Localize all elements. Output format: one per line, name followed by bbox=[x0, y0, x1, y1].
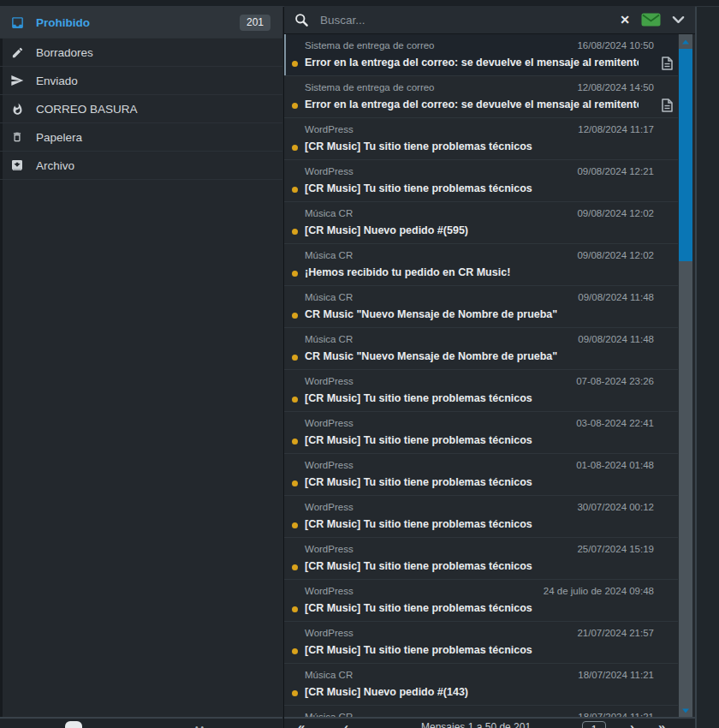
search-bar: ✕ bbox=[284, 6, 695, 34]
message-row[interactable]: WordPress12/08/2024 11:17[CR Music] Tu s… bbox=[284, 118, 678, 160]
search-input[interactable] bbox=[318, 13, 609, 27]
folder-label: Enviado bbox=[36, 75, 78, 87]
unread-dot-icon bbox=[292, 648, 298, 654]
unread-dot-icon bbox=[292, 564, 298, 570]
message-row[interactable]: Música CR09/08/2024 11:48CR Music "Nuevo… bbox=[284, 286, 678, 328]
message-date: 07-08-2024 23:26 bbox=[576, 376, 654, 386]
scrollbar bbox=[677, 34, 695, 719]
message-subject: Error en la entrega del correo: se devue… bbox=[305, 98, 639, 110]
page-number-input[interactable]: 1 bbox=[582, 721, 606, 728]
attachment-doc-icon bbox=[662, 57, 673, 70]
folder-label: Borradores bbox=[36, 46, 93, 59]
unread-dot-icon bbox=[292, 271, 298, 277]
fire-icon bbox=[9, 101, 25, 116]
folder-actions-icon[interactable] bbox=[65, 721, 82, 728]
envelope-icon[interactable] bbox=[641, 13, 661, 27]
unread-dot-icon bbox=[292, 313, 298, 319]
more-options-icon[interactable]: •• bbox=[195, 723, 206, 728]
message-subject: Error en la entrega del correo: se devue… bbox=[305, 57, 639, 69]
paper-plane-icon bbox=[9, 73, 25, 88]
last-page-button[interactable]: » bbox=[658, 719, 665, 728]
message-row[interactable]: WordPress21/07/2024 21:57[CR Music] Tu s… bbox=[284, 622, 678, 664]
sidebar-item-borradores[interactable]: Borradores bbox=[0, 39, 282, 67]
message-subject: CR Music "Nuevo Mensaje de Nombre de pru… bbox=[305, 350, 557, 362]
message-date: 24 de julio de 2024 09:48 bbox=[544, 586, 654, 596]
message-date: 03-08-2024 22:41 bbox=[576, 418, 654, 428]
previous-page-button[interactable]: ‹ bbox=[344, 719, 348, 728]
message-sender: WordPress bbox=[305, 502, 354, 512]
unread-dot-icon bbox=[292, 61, 298, 67]
first-page-button[interactable]: « bbox=[298, 719, 305, 728]
message-sender: WordPress bbox=[305, 544, 354, 554]
content-pane-edge bbox=[695, 0, 719, 728]
unread-dot-icon bbox=[292, 606, 298, 612]
message-row[interactable]: Sistema de entrega de correo12/08/2024 1… bbox=[284, 76, 678, 118]
list-footer: « ‹ Mensajes 1 a 50 de 201 1 › » bbox=[284, 717, 695, 728]
message-row[interactable]: WordPress30/07/2024 00:12[CR Music] Tu s… bbox=[284, 496, 678, 538]
message-subject: ¡Hemos recibido tu pedido en CR Music! bbox=[305, 266, 510, 278]
unread-dot-icon bbox=[292, 522, 298, 528]
search-icon bbox=[294, 13, 309, 27]
message-date: 12/08/2024 11:17 bbox=[578, 124, 654, 134]
scroll-up-button[interactable] bbox=[679, 34, 692, 48]
arrow-down-icon bbox=[682, 709, 689, 713]
unread-dot-icon bbox=[292, 355, 298, 361]
message-subject: [CR Music] Tu sitio tiene problemas técn… bbox=[305, 140, 532, 152]
clear-search-icon[interactable]: ✕ bbox=[618, 13, 632, 27]
message-sender: WordPress bbox=[305, 124, 354, 134]
folder-label: Archivo bbox=[36, 159, 74, 172]
message-subject: [CR Music] Tu sitio tiene problemas técn… bbox=[305, 434, 532, 446]
chevron-down-icon[interactable] bbox=[672, 15, 685, 24]
message-sender: WordPress bbox=[305, 166, 354, 176]
message-date: 25/07/2024 15:19 bbox=[577, 544, 654, 554]
message-subject: [CR Music] Tu sitio tiene problemas técn… bbox=[305, 560, 532, 572]
unread-dot-icon bbox=[292, 439, 298, 445]
next-page-button[interactable]: › bbox=[630, 719, 634, 728]
sidebar-item-enviado[interactable]: Enviado bbox=[0, 67, 282, 95]
sidebar-footer: •• bbox=[0, 717, 282, 728]
folder-list: Prohibido201BorradoresEnviadoCORREO BASU… bbox=[0, 7, 282, 180]
message-sender: Música CR bbox=[305, 292, 353, 302]
message-row[interactable]: WordPress01-08-2024 01:48[CR Music] Tu s… bbox=[284, 454, 678, 496]
message-date: 09/08/2024 11:48 bbox=[578, 334, 654, 344]
message-row[interactable]: Música CR18/07/2024 11:21[CR Music] Nuev… bbox=[284, 664, 678, 706]
unread-count-badge: 201 bbox=[240, 15, 270, 31]
message-subject: [CR Music] Tu sitio tiene problemas técn… bbox=[305, 392, 532, 404]
message-sender: Música CR bbox=[305, 334, 353, 344]
scroll-down-button[interactable] bbox=[679, 704, 692, 718]
message-row[interactable]: Música CR09/08/2024 11:48CR Music "Nuevo… bbox=[284, 328, 678, 370]
message-row[interactable]: Música CR09/08/2024 12:02[CR Music] Nuev… bbox=[284, 202, 678, 244]
message-row[interactable]: Música CR09/08/2024 12:02¡Hemos recibido… bbox=[284, 244, 678, 286]
message-subject: [CR Music] Tu sitio tiene problemas técn… bbox=[305, 602, 532, 614]
unread-dot-icon bbox=[292, 480, 298, 486]
unread-dot-icon bbox=[292, 229, 298, 235]
scrollbar-thumb[interactable] bbox=[679, 49, 692, 261]
message-row[interactable]: WordPress07-08-2024 23:26[CR Music] Tu s… bbox=[284, 370, 678, 412]
message-sender: Sistema de entrega de correo bbox=[305, 40, 435, 51]
sidebar-item-papelera[interactable]: Papelera bbox=[0, 123, 282, 152]
attachment-doc-icon bbox=[662, 98, 673, 112]
message-sender: Música CR bbox=[305, 670, 353, 680]
message-row[interactable]: WordPress25/07/2024 15:19[CR Music] Tu s… bbox=[284, 538, 678, 580]
message-sender: Música CR bbox=[305, 250, 353, 260]
message-row[interactable]: WordPress24 de julio de 2024 09:48[CR Mu… bbox=[284, 580, 678, 622]
message-subject: CR Music "Nuevo Mensaje de Nombre de pru… bbox=[305, 308, 557, 320]
message-sender: Sistema de entrega de correo bbox=[305, 82, 435, 92]
message-date: 09/08/2024 12:21 bbox=[577, 166, 654, 176]
sidebar-item-prohibido[interactable]: Prohibido201 bbox=[0, 7, 282, 39]
message-sender: WordPress bbox=[305, 376, 354, 386]
message-row[interactable]: WordPress09/08/2024 12:21[CR Music] Tu s… bbox=[284, 160, 678, 202]
message-list-panel: ✕ Sistema de entrega de correo16/08/2024… bbox=[283, 0, 695, 728]
message-date: 01-08-2024 01:48 bbox=[576, 460, 654, 470]
sidebar-item-archivo[interactable]: Archivo bbox=[0, 152, 282, 180]
message-subject: [CR Music] Tu sitio tiene problemas técn… bbox=[305, 644, 532, 656]
message-row[interactable]: WordPress03-08-2024 22:41[CR Music] Tu s… bbox=[284, 412, 678, 454]
sidebar-item-correo-basura[interactable]: CORREO BASURA bbox=[0, 95, 282, 123]
folder-label: Prohibido bbox=[36, 16, 90, 29]
unread-dot-icon bbox=[292, 397, 298, 403]
message-date: 21/07/2024 21:57 bbox=[577, 628, 654, 638]
message-row[interactable]: Sistema de entrega de correo16/08/2024 1… bbox=[284, 34, 678, 76]
unread-dot-icon bbox=[292, 103, 298, 109]
message-date: 18/07/2024 11:21 bbox=[578, 670, 654, 680]
unread-dot-icon bbox=[292, 145, 298, 151]
